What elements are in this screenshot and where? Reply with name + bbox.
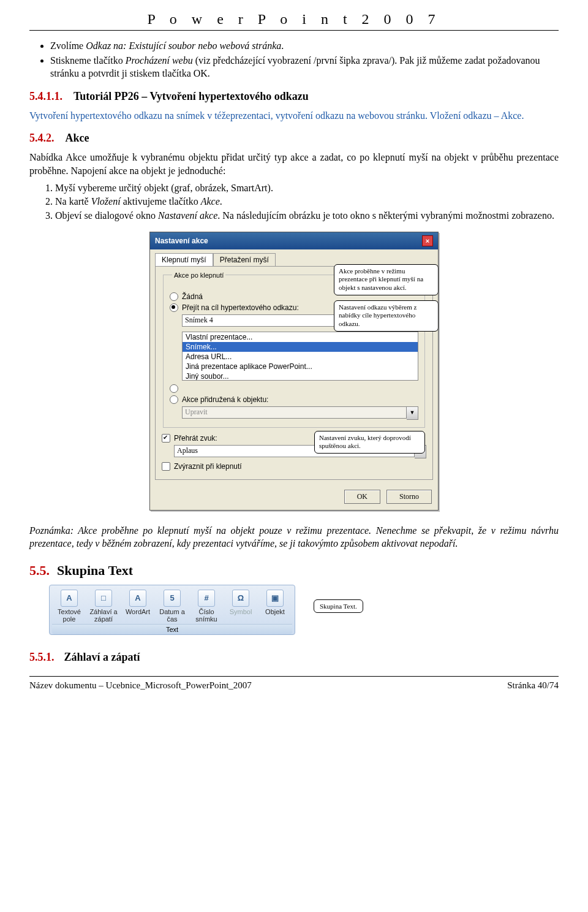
- list-item[interactable]: Vlastní prezentace...: [183, 332, 418, 342]
- heading-5-4-1-1: 5.4.1.1.Tutoriál PP26 – Vytvoření hypert…: [29, 90, 559, 103]
- steps-list: Myší vybereme určitý objekt (graf, obráz…: [55, 181, 559, 223]
- heading-text: Tutoriál PP26 – Vytvoření hypertextového…: [74, 90, 309, 102]
- dialog-title: Nastavení akce: [155, 237, 208, 245]
- heading-number: 5.5.1.: [29, 651, 55, 663]
- checkbox-play-sound[interactable]: [162, 434, 170, 443]
- bullet-item: Stiskneme tlačítko Procházení webu (viz …: [50, 54, 559, 80]
- radio-none-label: Žádná: [182, 292, 203, 301]
- akce-intro: Nabídka Akce umožňuje k vybranému objekt…: [29, 151, 559, 177]
- ribbon-icon: A: [129, 590, 146, 607]
- dialog-body: Akce po klepnutí Žádná Přejít na cíl hyp…: [155, 266, 433, 480]
- ribbon-tooltip: Skupina Text.: [314, 599, 363, 613]
- ribbon-button: ΩSymbol: [224, 588, 258, 624]
- list-item[interactable]: Adresa URL...: [183, 352, 418, 362]
- group-label: Akce po klepnutí: [172, 272, 225, 279]
- action-settings-dialog: Nastavení akce × Klepnutí myší Přetažení…: [149, 232, 439, 511]
- radio-run-program[interactable]: [170, 384, 178, 393]
- bullet-item: Zvolíme Odkaz na: Existující soubor nebo…: [50, 39, 559, 53]
- footer-doc-name: Název dokumentu – Ucebnice_Microsoft_Pow…: [29, 680, 252, 691]
- object-action-combo: [182, 406, 407, 419]
- bottom-rule: [29, 676, 559, 677]
- ribbon-icon: A: [61, 590, 78, 607]
- ribbon-button[interactable]: #Číslo snímku: [189, 588, 224, 624]
- list-item[interactable]: Jiný soubor...: [183, 371, 418, 381]
- tab-mouse-over[interactable]: Přetažení myší: [213, 253, 276, 266]
- radio-object-action[interactable]: [170, 395, 178, 404]
- ribbon-label: WordArt: [122, 608, 154, 615]
- callout-sound: Nastavení zvuku, který doprovodí spuštěn…: [314, 431, 425, 454]
- bullet-text: .: [281, 40, 284, 51]
- ribbon-group-label: Text: [52, 624, 292, 634]
- bullet-text: Stiskneme tlačítko: [50, 55, 126, 66]
- heading-5-5: 5.5.Skupina Text: [29, 563, 559, 579]
- step-text: .: [220, 196, 222, 207]
- note-paragraph: Poznámka: Akce proběhne po klepnutí myší…: [29, 524, 559, 550]
- radio-label: [182, 384, 184, 393]
- list-item[interactable]: Jiná prezentace aplikace PowerPoint...: [183, 362, 418, 371]
- step-item: Na kartě Vložení aktivujeme tlačítko Akc…: [55, 195, 559, 209]
- step-item: Objeví se dialogové okno Nastavení akce.…: [55, 209, 559, 223]
- heading-number: 5.4.1.1.: [29, 90, 62, 102]
- cancel-button[interactable]: Storno: [386, 490, 432, 504]
- page-header-title: P o w e r P o i n t 2 0 0 7: [29, 11, 559, 28]
- ribbon-button[interactable]: 5Datum a čas: [155, 588, 189, 624]
- ribbon-label: Záhlaví a zápatí: [88, 608, 119, 623]
- ok-button[interactable]: OK: [344, 490, 380, 504]
- checkbox-sound-label: Přehrát zvuk:: [174, 434, 217, 443]
- ribbon-label: Datum a čas: [156, 608, 188, 623]
- ribbon-label: Textové pole: [53, 608, 85, 623]
- callout-mode: Akce proběhne v režimu prezentace při kl…: [334, 264, 439, 295]
- step-italic: Vložení: [91, 196, 121, 207]
- step-italic: Akce: [201, 196, 220, 207]
- ribbon-label: Číslo snímku: [190, 608, 222, 623]
- bullet-italic: Odkaz na: Existující soubor nebo webová …: [86, 40, 281, 51]
- bullet-text: Zvolíme: [50, 40, 86, 51]
- ribbon-label: Symbol: [225, 608, 257, 615]
- step-text: Na kartě: [55, 196, 91, 207]
- step-text: aktivujeme tlačítko: [121, 196, 201, 207]
- checkbox-highlight-label: Zvýraznit při klepnutí: [174, 462, 242, 471]
- radio-hyperlink[interactable]: [170, 303, 178, 312]
- dropdown-icon: ▼: [407, 406, 418, 420]
- heading-5-5-1: 5.5.1.Záhlaví a zápatí: [29, 651, 559, 664]
- ribbon-text-group: ATextové pole□Záhlaví a zápatíAWordArt5D…: [49, 585, 295, 635]
- intro-bullets: Zvolíme Odkaz na: Existující soubor nebo…: [50, 39, 559, 80]
- step-text: . Na následujícím obrázku je toto okno s…: [217, 210, 554, 221]
- ribbon-icon: #: [198, 590, 215, 607]
- heading-text: Skupina Text: [57, 563, 133, 578]
- tutorial-body: Vytvoření hypertextového odkazu na sníme…: [29, 109, 559, 123]
- heading-text: Záhlaví a zápatí: [64, 651, 140, 663]
- dialog-titlebar: Nastavení akce ×: [150, 232, 438, 249]
- list-item[interactable]: Snímek...: [183, 342, 418, 352]
- tab-mouse-click[interactable]: Klepnutí myší: [155, 253, 213, 266]
- ribbon-icon: 5: [164, 590, 181, 607]
- bullet-italic: Procházení webu: [126, 55, 193, 66]
- step-item: Myší vybereme určitý objekt (graf, obráz…: [55, 181, 559, 196]
- radio-none[interactable]: [170, 292, 178, 301]
- hyperlink-list[interactable]: Vlastní prezentace... Snímek... Adresa U…: [182, 332, 418, 381]
- ribbon-label: Objekt: [259, 608, 291, 615]
- close-icon[interactable]: ×: [422, 235, 433, 246]
- footer-page-number: Stránka 40/74: [507, 680, 559, 691]
- ribbon-button[interactable]: □Záhlaví a zápatí: [86, 588, 121, 624]
- ribbon-icon: Ω: [232, 590, 249, 607]
- ribbon-button[interactable]: ATextové pole: [52, 588, 86, 624]
- heading-text: Akce: [66, 132, 89, 144]
- heading-number: 5.4.2.: [29, 132, 55, 144]
- step-italic: Nastavení akce: [158, 210, 217, 221]
- heading-5-4-2: 5.4.2.Akce: [29, 132, 559, 145]
- heading-number: 5.5.: [29, 563, 50, 578]
- radio-hyperlink-label: Přejít na cíl hypertextového odkazu:: [182, 303, 299, 312]
- checkbox-highlight[interactable]: [162, 462, 170, 471]
- ribbon-button[interactable]: ▣Objekt: [258, 588, 292, 624]
- callout-hyperlink: Nastavení odkazu výběrem z nabídky cíle …: [334, 300, 439, 332]
- ribbon-icon: ▣: [266, 590, 284, 607]
- ribbon-button[interactable]: AWordArt: [121, 588, 155, 624]
- top-rule: [29, 30, 559, 31]
- radio-object-label: Akce přidružená k objektu:: [182, 395, 268, 404]
- ribbon-icon: □: [95, 590, 112, 607]
- step-text: Objeví se dialogové okno: [55, 210, 158, 221]
